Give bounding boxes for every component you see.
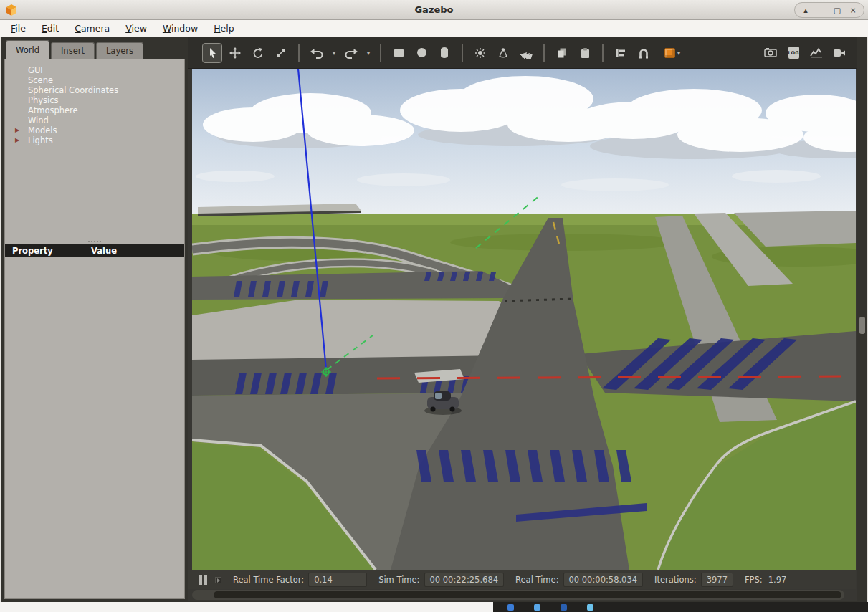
toolbar-separator xyxy=(462,44,463,62)
plot-icon xyxy=(810,47,823,58)
cylinder-icon xyxy=(441,47,448,58)
value-column-header: Value xyxy=(91,246,117,256)
minimize-button[interactable]: – xyxy=(814,4,829,16)
expand-arrow-icon[interactable]: ▶ xyxy=(15,128,19,133)
tree-item-atmosphere[interactable]: Atmosphere xyxy=(5,105,184,115)
real-time-value: 00 00:00:58.034 xyxy=(563,573,644,587)
chevron-down-icon: ▾ xyxy=(677,49,681,57)
rotate-tool-button[interactable] xyxy=(248,43,268,63)
scale-icon xyxy=(275,47,287,59)
world-tree-panel: GUI Scene Spherical Coordinates Physics … xyxy=(4,59,185,599)
real-time-factor-value: 0.14 xyxy=(308,573,367,587)
scale-tool-button[interactable] xyxy=(271,43,291,63)
close-button[interactable]: × xyxy=(846,4,860,16)
sphere-icon xyxy=(417,48,426,57)
undo-history-button[interactable]: ▾ xyxy=(330,43,338,63)
sphere-shape-button[interactable] xyxy=(411,43,431,63)
menu-window[interactable]: Window xyxy=(156,21,205,36)
spot-light-button[interactable] xyxy=(493,43,513,63)
video-camera-icon xyxy=(833,49,846,57)
3d-viewport[interactable] xyxy=(192,69,856,570)
tab-insert[interactable]: Insert xyxy=(51,42,95,59)
log-icon: LOG xyxy=(788,47,799,59)
world-tree: GUI Scene Spherical Coordinates Physics … xyxy=(5,59,184,145)
undo-icon xyxy=(310,47,324,59)
toolbar-separator xyxy=(380,44,381,62)
view-angle-button[interactable]: ▾ xyxy=(657,43,688,63)
tree-item-wind[interactable]: Wind xyxy=(5,115,184,125)
copy-button[interactable] xyxy=(552,43,572,63)
tree-item-models[interactable]: ▶Models xyxy=(5,125,184,135)
record-video-button[interactable] xyxy=(829,43,849,63)
pause-button[interactable] xyxy=(198,574,209,586)
taskbar-sliver xyxy=(0,602,868,612)
toolbar-separator xyxy=(602,44,604,62)
sim-time-label: Sim Time: xyxy=(378,575,419,585)
tree-item-gui[interactable]: GUI xyxy=(5,65,184,75)
taskbar-icon[interactable] xyxy=(507,604,514,611)
menu-view[interactable]: View xyxy=(118,21,154,36)
undo-button[interactable] xyxy=(307,43,327,63)
tab-layers[interactable]: Layers xyxy=(96,42,143,59)
property-table-header: Property Value xyxy=(5,244,184,257)
vertical-scrollbar[interactable] xyxy=(858,37,867,601)
tree-item-lights[interactable]: ▶Lights xyxy=(5,135,184,145)
rotate-icon xyxy=(252,47,264,59)
cylinder-shape-button[interactable] xyxy=(434,43,454,63)
scrollbar-handle[interactable] xyxy=(859,317,865,334)
real-time-label: Real Time: xyxy=(515,575,558,585)
taskbar-icon[interactable] xyxy=(561,604,567,611)
maximize-button[interactable]: ▢ xyxy=(830,4,844,16)
select-tool-button[interactable] xyxy=(202,43,222,63)
point-light-button[interactable] xyxy=(470,43,490,63)
redo-history-button[interactable]: ▾ xyxy=(364,43,373,63)
screenshot-button[interactable] xyxy=(760,43,781,63)
copy-icon xyxy=(556,47,568,59)
box-icon xyxy=(394,49,404,57)
directional-light-button[interactable] xyxy=(516,43,536,63)
menu-file[interactable]: File xyxy=(4,21,33,36)
translate-tool-button[interactable] xyxy=(225,43,245,63)
paste-icon xyxy=(579,47,591,59)
left-panel: World Insert Layers GUI Scene Spherical … xyxy=(1,37,188,601)
toolbar-separator xyxy=(543,44,545,62)
paste-button[interactable] xyxy=(575,43,595,63)
point-light-icon xyxy=(474,47,486,59)
spot-light-icon xyxy=(497,47,509,59)
magnet-icon xyxy=(638,47,649,59)
expand-arrow-icon[interactable]: ▶ xyxy=(15,138,19,143)
taskbar-icon[interactable] xyxy=(587,604,593,611)
box-shape-button[interactable] xyxy=(388,43,409,63)
toolbar-separator xyxy=(298,44,300,62)
plot-button[interactable] xyxy=(806,43,826,63)
main-content: World Insert Layers GUI Scene Spherical … xyxy=(0,37,868,602)
panel-tabbar: World Insert Layers xyxy=(1,37,188,59)
simulation-scene xyxy=(192,69,856,570)
tree-item-physics[interactable]: Physics xyxy=(5,95,184,105)
align-icon xyxy=(615,47,626,59)
redo-button[interactable] xyxy=(341,43,361,63)
horizontal-scrollbar[interactable] xyxy=(192,590,844,600)
tree-item-spherical-coordinates[interactable]: Spherical Coordinates xyxy=(5,85,184,95)
scrollbar-handle[interactable] xyxy=(214,591,841,598)
align-tool-button[interactable] xyxy=(611,43,631,63)
tree-item-scene[interactable]: Scene xyxy=(5,75,184,85)
window-title: Gazebo xyxy=(0,4,868,15)
toolbar: ▾ ▾ xyxy=(188,37,857,69)
menu-edit[interactable]: Edit xyxy=(34,21,66,36)
step-button[interactable] xyxy=(215,577,221,583)
menu-help[interactable]: Help xyxy=(206,21,242,36)
shade-button[interactable]: ▴ xyxy=(798,4,813,16)
directional-light-icon xyxy=(520,47,533,59)
taskbar xyxy=(493,602,868,612)
menubar: File Edit Camera View Window Help xyxy=(0,20,868,37)
taskbar-icon[interactable] xyxy=(534,604,540,611)
splitter-handle[interactable] xyxy=(5,238,184,244)
fps-value: 1.97 xyxy=(768,575,787,585)
tab-world[interactable]: World xyxy=(6,40,49,59)
redo-icon xyxy=(344,47,358,59)
snap-tool-button[interactable] xyxy=(634,43,654,63)
data-logger-button[interactable]: LOG xyxy=(783,43,803,63)
menu-camera[interactable]: Camera xyxy=(67,21,117,36)
iterations-label: Iterations: xyxy=(654,575,697,585)
